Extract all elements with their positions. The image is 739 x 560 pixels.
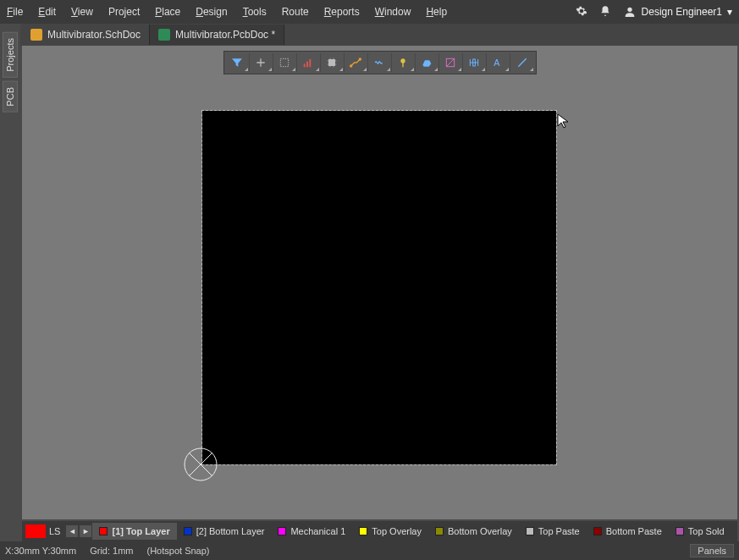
swatch	[359, 527, 367, 535]
align-icon[interactable]	[297, 53, 321, 72]
swatch	[593, 527, 602, 535]
layer-bottom-label: [2] Bottom Layer	[196, 526, 265, 536]
user-menu[interactable]: Design Engineer1 ▾	[623, 5, 732, 19]
schdoc-icon	[30, 29, 42, 41]
gear-icon[interactable]	[576, 5, 587, 19]
status-coords: X:30mm Y:30mm	[5, 546, 76, 556]
bell-icon[interactable]	[599, 5, 611, 19]
filter-icon[interactable]	[226, 53, 250, 72]
swatch	[99, 527, 108, 535]
layer-top-solder[interactable]: Top Sold	[669, 523, 731, 540]
status-grid: Grid: 1mm	[90, 546, 133, 556]
panels-button[interactable]: Panels	[690, 544, 734, 557]
ls-label: LS	[49, 526, 60, 536]
svg-point-8	[400, 58, 405, 63]
svg-point-6	[350, 65, 352, 67]
tab-schdoc-label: Multivibrator.SchDoc	[47, 29, 141, 41]
tab-schdoc[interactable]: Multivibrator.SchDoc	[22, 25, 150, 45]
user-name: Design Engineer1	[642, 6, 722, 18]
layer-bpaste-label: Bottom Paste	[606, 526, 662, 536]
layer-prev-icon[interactable]: ◄	[66, 525, 78, 537]
layer-tpaste-label: Top Paste	[538, 526, 580, 536]
swatch	[184, 527, 192, 535]
layer-mech-label: Mechanical 1	[290, 526, 345, 536]
menu-design[interactable]: Design	[196, 6, 227, 18]
layer-bover-label: Bottom Overlay	[448, 526, 512, 536]
menu-place[interactable]: Place	[155, 6, 180, 18]
svg-rect-5	[328, 59, 335, 66]
status-snap: (Hotspot Snap)	[147, 546, 210, 556]
person-icon	[623, 5, 637, 19]
document-tab-bar: Multivibrator.SchDoc Multivibrator.PcbDo…	[0, 24, 739, 46]
swatch	[278, 527, 286, 535]
tab-pcbdoc[interactable]: Multivibrator.PcbDoc *	[150, 25, 284, 45]
active-bar-toolbar: A	[223, 51, 537, 74]
ls-swatch[interactable]	[25, 524, 46, 538]
layer-bottom-overlay[interactable]: Bottom Overlay	[428, 523, 519, 540]
menu-edit[interactable]: Edit	[38, 6, 56, 18]
menu-file[interactable]: File	[7, 6, 23, 18]
layer-tsold-label: Top Sold	[688, 526, 725, 536]
menu-help[interactable]: Help	[426, 6, 447, 18]
svg-rect-1	[280, 58, 288, 66]
board-outline	[201, 110, 557, 465]
pcbdoc-icon	[158, 29, 170, 41]
side-tab-pcb[interactable]: PCB	[3, 81, 18, 113]
route-track-icon[interactable]	[345, 53, 368, 72]
svg-rect-4	[309, 59, 311, 67]
side-tab-projects[interactable]: Projects	[3, 32, 18, 78]
layer-bottom[interactable]: [2] Bottom Layer	[177, 523, 272, 540]
svg-rect-3	[306, 62, 308, 68]
pcb-canvas[interactable]: A	[22, 46, 737, 519]
svg-point-7	[359, 58, 361, 60]
layer-top-label: [1] Top Layer	[112, 526, 169, 536]
menu-left: File Edit View Project Place Design Tool…	[7, 6, 447, 18]
menu-right: Design Engineer1 ▾	[576, 5, 732, 19]
svg-rect-9	[402, 63, 403, 67]
swatch	[526, 527, 534, 535]
menu-route[interactable]: Route	[282, 6, 309, 18]
menu-window[interactable]: Window	[375, 6, 411, 18]
layer-top[interactable]: [1] Top Layer	[92, 523, 176, 540]
menu-reports[interactable]: Reports	[324, 6, 360, 18]
menu-project[interactable]: Project	[108, 6, 140, 18]
via-icon[interactable]	[368, 53, 392, 72]
layer-tover-label: Top Overlay	[372, 526, 422, 536]
status-bar: X:30mm Y:30mm Grid: 1mm (Hotspot Snap) P…	[0, 541, 739, 560]
menu-tools[interactable]: Tools	[243, 6, 267, 18]
pad-icon[interactable]	[392, 53, 416, 72]
menu-view[interactable]: View	[71, 6, 93, 18]
chevron-down-icon: ▾	[727, 6, 732, 18]
side-panel-tabs: Projects PCB	[0, 24, 20, 526]
component-icon[interactable]	[321, 53, 345, 72]
layer-mechanical1[interactable]: Mechanical 1	[271, 523, 352, 540]
svg-text:A: A	[494, 58, 500, 68]
svg-rect-2	[304, 63, 306, 67]
tab-pcbdoc-label: Multivibrator.PcbDoc *	[175, 29, 275, 41]
text-icon[interactable]: A	[487, 53, 510, 72]
layer-bottom-paste[interactable]: Bottom Paste	[587, 523, 669, 540]
swatch	[435, 527, 444, 535]
plus-icon[interactable]	[250, 53, 273, 72]
board-area[interactable]	[202, 111, 556, 464]
mouse-cursor-icon	[557, 113, 569, 131]
select-rect-icon[interactable]	[273, 53, 297, 72]
svg-point-0	[627, 8, 631, 12]
layer-top-paste[interactable]: Top Paste	[519, 523, 587, 540]
layer-top-overlay[interactable]: Top Overlay	[352, 523, 428, 540]
keepout-icon[interactable]	[439, 53, 463, 72]
origin-marker	[183, 447, 218, 485]
layer-next-icon[interactable]: ►	[80, 525, 91, 537]
layer-bar: LS ◄ ► [1] Top Layer [2] Bottom Layer Me…	[22, 521, 737, 541]
line-icon[interactable]	[510, 53, 534, 72]
dimension-icon[interactable]	[463, 53, 487, 72]
status-left: X:30mm Y:30mm Grid: 1mm (Hotspot Snap)	[5, 546, 210, 556]
swatch	[676, 527, 684, 535]
menu-bar: File Edit View Project Place Design Tool…	[0, 0, 739, 24]
polygon-icon[interactable]	[416, 53, 439, 72]
